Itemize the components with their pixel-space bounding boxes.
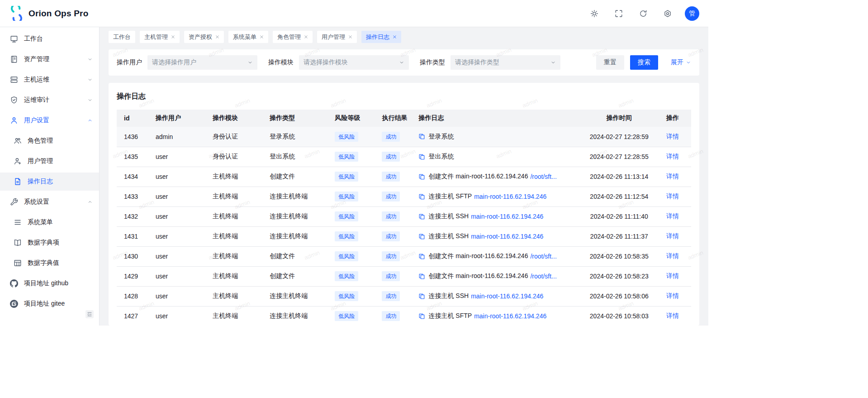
close-icon[interactable] <box>393 35 397 39</box>
chevron-down-icon <box>87 97 93 103</box>
filter-label: 操作类型 <box>420 58 445 67</box>
tab-workbench[interactable]: 工作台 <box>109 31 135 43</box>
copy-icon[interactable] <box>418 253 425 260</box>
detail-link[interactable]: 详情 <box>666 232 679 240</box>
user-avatar[interactable]: 管 <box>685 6 699 21</box>
close-icon[interactable] <box>348 35 352 39</box>
sidebar-item-role-management[interactable]: 角色管理 <box>0 132 99 150</box>
copy-icon[interactable] <box>418 193 425 200</box>
theme-toggle-button[interactable] <box>587 6 602 21</box>
cell-module: 主机终端 <box>205 206 262 226</box>
refresh-button[interactable] <box>636 6 650 21</box>
chevron-up-icon <box>87 199 93 205</box>
log-link[interactable]: /root/sft... <box>530 253 556 260</box>
log-link[interactable]: main-root-116.62.194.246 <box>471 233 543 240</box>
detail-link[interactable]: 详情 <box>666 212 679 220</box>
close-icon[interactable] <box>260 35 264 39</box>
cell-user: user <box>148 147 205 167</box>
sidebar-item-dict-values[interactable]: 数据字典值 <box>0 254 99 272</box>
close-icon[interactable] <box>171 35 175 39</box>
copy-icon[interactable] <box>418 313 425 320</box>
cell-type: 登录系统 <box>262 127 327 147</box>
cell-type: 连接主机终端 <box>262 306 327 326</box>
sidebar-item-label: 主机运维 <box>24 76 49 84</box>
risk-badge: 低风险 <box>335 291 358 301</box>
log-link[interactable]: /root/sft... <box>530 273 556 280</box>
detail-link[interactable]: 详情 <box>666 272 679 279</box>
tab-operation-log[interactable]: 操作日志 <box>361 31 401 43</box>
chevron-down-icon <box>87 77 93 82</box>
operation-type-select[interactable]: 请选择操作类型 <box>451 55 560 70</box>
log-text: 创建文件 main-root-116.62.194.246 <box>428 252 528 260</box>
sidebar-collapse-button[interactable] <box>85 310 94 318</box>
detail-link[interactable]: 详情 <box>666 312 679 319</box>
cell-id: 1435 <box>117 147 148 167</box>
log-link[interactable]: main-root-116.62.194.246 <box>471 213 543 220</box>
copy-icon[interactable] <box>418 153 425 160</box>
operation-user-select[interactable]: 请选择操作用户 <box>147 55 257 70</box>
sidebar-item-user-management[interactable]: 用户管理 <box>0 152 99 170</box>
sidebar-item-system-menu[interactable]: 系统菜单 <box>0 213 99 231</box>
sidebar-item-asset-management[interactable]: 资产管理 <box>0 50 99 68</box>
sidebar-item-gitee-link[interactable]: 项目地址 gitee <box>0 295 99 313</box>
cell-module: 身份认证 <box>205 127 262 147</box>
search-button[interactable]: 搜索 <box>630 55 658 70</box>
cell-type: 连接主机终端 <box>262 187 327 206</box>
table-header-row: id操作用户操作模块操作类型风险等级执行结果操作日志操作时间操作 <box>117 110 691 127</box>
dashboard-icon <box>10 35 18 43</box>
fullscreen-button[interactable] <box>612 6 626 21</box>
tab-role-management[interactable]: 角色管理 <box>273 31 313 43</box>
reset-button[interactable]: 重置 <box>596 55 624 70</box>
copy-icon[interactable] <box>418 293 425 300</box>
expand-toggle[interactable]: 展开 <box>671 58 691 67</box>
tab-label: 用户管理 <box>322 33 345 41</box>
table-row: 1436 admin 身份认证 登录系统 低风险 成功 登录系统 2024-02… <box>117 127 691 147</box>
column-header: 操作模块 <box>205 110 262 127</box>
log-link[interactable]: /root/sft... <box>530 173 556 180</box>
settings-button[interactable] <box>660 6 675 21</box>
tab-system-menu[interactable]: 系统菜单 <box>228 31 268 43</box>
cell-time: 2024-02-26 11:12:54 <box>579 187 659 206</box>
sidebar-item-user-settings[interactable]: 用户设置 <box>0 111 99 129</box>
risk-badge: 低风险 <box>335 231 358 241</box>
result-badge: 成功 <box>382 251 400 261</box>
tab-asset-auth[interactable]: 资产授权 <box>184 31 224 43</box>
cell-module: 主机终端 <box>205 306 262 326</box>
app-header: Orion Ops Pro 管 <box>0 0 708 27</box>
risk-badge: 低风险 <box>335 152 358 162</box>
log-link[interactable]: main-root-116.62.194.246 <box>474 312 546 320</box>
filter-label: 操作用户 <box>117 58 142 67</box>
detail-link[interactable]: 详情 <box>666 173 679 180</box>
menu-fold-icon <box>87 312 92 317</box>
copy-icon[interactable] <box>418 273 425 280</box>
book-icon <box>14 239 22 247</box>
detail-link[interactable]: 详情 <box>666 292 679 299</box>
log-link[interactable]: main-root-116.62.194.246 <box>471 293 543 300</box>
detail-link[interactable]: 详情 <box>666 192 679 200</box>
copy-icon[interactable] <box>418 133 425 140</box>
header-actions <box>587 6 675 21</box>
sidebar-item-dict-keys[interactable]: 数据字典项 <box>0 234 99 252</box>
tab-host-management[interactable]: 主机管理 <box>140 31 180 43</box>
cell-time: 2024-02-27 12:28:59 <box>579 127 659 147</box>
sidebar-item-operation-log[interactable]: 操作日志 <box>0 173 99 191</box>
detail-link[interactable]: 详情 <box>666 153 679 160</box>
table-row: 1434 user 主机终端 创建文件 低风险 成功 创建文件 main-roo… <box>117 167 691 187</box>
sidebar-item-host-ops[interactable]: 主机运维 <box>0 71 99 89</box>
detail-link[interactable]: 详情 <box>666 252 679 259</box>
copy-icon[interactable] <box>418 233 425 240</box>
sidebar-item-workbench[interactable]: 工作台 <box>0 30 99 48</box>
sidebar-item-system-settings[interactable]: 系统设置 <box>0 193 99 211</box>
filter-field-operation-module: 操作模块 请选择操作模块 <box>268 55 409 70</box>
detail-link[interactable]: 详情 <box>666 133 679 140</box>
operation-module-select[interactable]: 请选择操作模块 <box>299 55 409 70</box>
cell-type: 连接主机终端 <box>262 286 327 306</box>
close-icon[interactable] <box>215 35 219 39</box>
copy-icon[interactable] <box>418 213 425 220</box>
copy-icon[interactable] <box>418 173 425 180</box>
sidebar-item-github-link[interactable]: 项目地址 github <box>0 274 99 293</box>
log-link[interactable]: main-root-116.62.194.246 <box>474 193 546 200</box>
tab-user-management[interactable]: 用户管理 <box>317 31 357 43</box>
close-icon[interactable] <box>304 35 308 39</box>
sidebar-item-ops-audit[interactable]: 运维审计 <box>0 91 99 109</box>
